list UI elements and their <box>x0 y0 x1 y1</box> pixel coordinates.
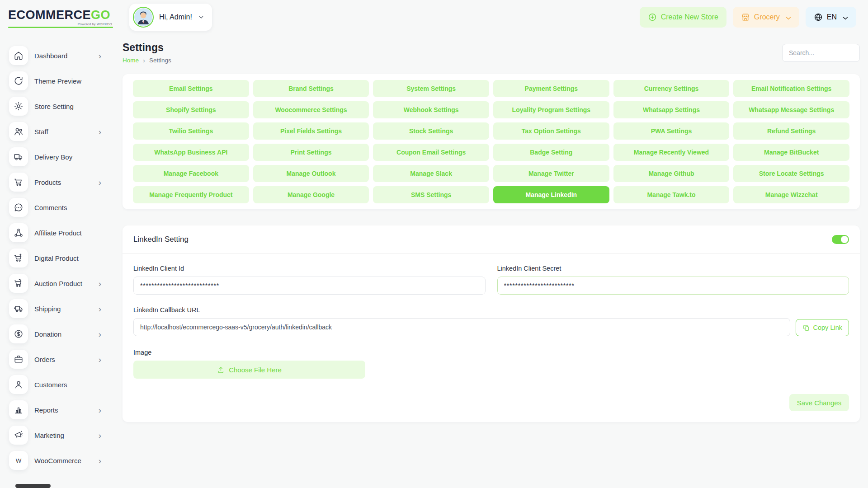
save-changes-button[interactable]: Save Changes <box>789 394 849 411</box>
plus-circle-icon <box>648 13 657 22</box>
user-menu[interactable]: Hi, Admin! <box>129 4 212 31</box>
sidebar-item-theme-preview[interactable]: Theme Preview <box>0 71 113 90</box>
sidebar-item-reports[interactable]: Reports› <box>0 400 113 419</box>
scrollbar-thumb[interactable] <box>15 484 51 488</box>
settings-nav-email-settings[interactable]: Email Settings <box>133 80 249 97</box>
settings-nav-payment-settings[interactable]: Payment Settings <box>493 80 609 97</box>
chevron-down-icon <box>841 14 848 21</box>
client-secret-label: LinkedIn Client Secret <box>497 265 849 272</box>
cart-plus-icon <box>9 249 28 267</box>
top-actions: Create New Store Grocery EN <box>640 7 856 28</box>
settings-nav-webhook-settings[interactable]: Webhook Settings <box>373 101 489 118</box>
chevron-right-icon: › <box>99 279 101 288</box>
settings-nav-brand-settings[interactable]: Brand Settings <box>253 80 369 97</box>
settings-nav-pwa-settings[interactable]: PWA Settings <box>613 122 730 140</box>
settings-nav-manage-frequently-product[interactable]: Manage Frequently Product <box>133 186 249 203</box>
chevron-down-icon <box>784 14 791 21</box>
sidebar-item-dashboard[interactable]: Dashboard› <box>0 46 113 65</box>
settings-nav-card: Email SettingsBrand SettingsSystem Setti… <box>123 74 860 209</box>
settings-nav-print-settings[interactable]: Print Settings <box>253 144 369 161</box>
settings-nav-manage-google[interactable]: Manage Google <box>253 186 369 203</box>
sidebar: Dashboard›Theme PreviewStore SettingStaf… <box>0 34 113 488</box>
sidebar-item-label: Products <box>34 178 61 186</box>
linkedin-setting-card: LinkedIn Setting LinkedIn Client Id Link… <box>123 225 860 422</box>
settings-nav-refund-settings[interactable]: Refund Settings <box>733 122 849 140</box>
settings-nav-currency-settings[interactable]: Currency Settings <box>613 80 730 97</box>
copy-link-button[interactable]: Copy Link <box>796 319 849 336</box>
settings-nav-stock-settings[interactable]: Stock Settings <box>373 122 489 140</box>
user-greeting: Hi, Admin! <box>159 13 192 21</box>
settings-nav-shopify-settings[interactable]: Shopify Settings <box>133 101 249 118</box>
top-bar: ECOMMERCEGO Powered by WORKDO Hi, Admin!… <box>0 0 868 34</box>
settings-nav-email-notification-settings[interactable]: Email Notification Settings <box>733 80 849 97</box>
linkedin-enabled-toggle[interactable] <box>832 235 849 244</box>
settings-nav-loyality-program-settings[interactable]: Loyality Program Settings <box>493 101 609 118</box>
settings-nav-manage-twitter[interactable]: Manage Twitter <box>493 165 609 182</box>
sidebar-item-shipping[interactable]: Shipping› <box>0 299 113 318</box>
settings-nav-whatsapp-message-settings[interactable]: Whatsapp Message Settings <box>733 101 849 118</box>
chevron-down-icon <box>198 14 205 21</box>
settings-nav-coupon-email-settings[interactable]: Coupon Email Settings <box>373 144 489 161</box>
chevron-right-icon: › <box>99 406 101 414</box>
settings-nav-pixel-fields-settings[interactable]: Pixel Fields Settings <box>253 122 369 140</box>
settings-nav-manage-bitbucket[interactable]: Manage BitBucket <box>733 144 849 161</box>
store-switcher-button[interactable]: Grocery <box>733 7 799 28</box>
briefcase-icon <box>9 350 28 369</box>
settings-nav-store-locate-settings[interactable]: Store Locate Settings <box>733 165 849 182</box>
sidebar-item-customers[interactable]: Customers <box>0 375 113 394</box>
sidebar-item-delivery-boy[interactable]: Delivery Boy <box>0 147 113 166</box>
sidebar-item-orders[interactable]: Orders› <box>0 350 113 369</box>
sidebar-item-marketing[interactable]: Marketing› <box>0 426 113 445</box>
linkedin-setting-header: LinkedIn Setting <box>123 225 860 254</box>
settings-nav-woocommerce-settings[interactable]: Woocommerce Settings <box>253 101 369 118</box>
settings-nav-sms-settings[interactable]: SMS Settings <box>373 186 489 203</box>
chevron-right-icon: › <box>99 127 101 136</box>
client-id-field[interactable] <box>133 277 486 295</box>
woocommerce-icon: W <box>9 451 28 470</box>
delivery-truck-icon <box>9 147 28 166</box>
brand-logo[interactable]: ECOMMERCEGO Powered by WORKDO <box>8 8 113 28</box>
settings-nav-tax-option-settings[interactable]: Tax Option Settings <box>493 122 609 140</box>
sidebar-item-products[interactable]: Products› <box>0 173 113 192</box>
callback-url-field[interactable] <box>133 318 790 336</box>
storefront-icon <box>741 13 750 22</box>
settings-nav-manage-tawk-to[interactable]: Manage Tawk.to <box>613 186 730 203</box>
sidebar-item-auction-product[interactable]: Auction Product› <box>0 274 113 293</box>
client-secret-field[interactable] <box>497 277 849 295</box>
brand-underline <box>8 27 113 28</box>
settings-nav-whatsapp-business-api[interactable]: WhatsApp Business API <box>133 144 249 161</box>
settings-nav-manage-outlook[interactable]: Manage Outlook <box>253 165 369 182</box>
language-selector-button[interactable]: EN <box>806 7 856 28</box>
chevron-right-icon: › <box>99 456 101 465</box>
sidebar-item-label: Staff <box>34 128 48 136</box>
sidebar-item-store-setting[interactable]: Store Setting <box>0 97 113 116</box>
page-header: Settings Home › Settings <box>123 42 860 64</box>
settings-nav-whatsapp-settings[interactable]: Whatsapp Settings <box>613 101 730 118</box>
breadcrumb-home-link[interactable]: Home <box>123 57 139 64</box>
sidebar-item-affiliate-product[interactable]: Affiliate Product <box>0 223 113 242</box>
settings-nav-manage-recently-viewed[interactable]: Manage Recently Viewed <box>613 144 730 161</box>
sidebar-item-staff[interactable]: Staff› <box>0 122 113 141</box>
client-id-label: LinkedIn Client Id <box>133 265 486 272</box>
settings-nav-badge-setting[interactable]: Badge Setting <box>493 144 609 161</box>
sidebar-item-label: Comments <box>34 204 67 211</box>
settings-nav-manage-github[interactable]: Manage Github <box>613 165 730 182</box>
search-input[interactable] <box>782 44 860 62</box>
section-title: LinkedIn Setting <box>133 235 189 244</box>
settings-nav-manage-linkedin[interactable]: Manage LinkedIn <box>493 186 609 203</box>
globe-icon <box>814 13 823 22</box>
settings-nav-manage-slack[interactable]: Manage Slack <box>373 165 489 182</box>
settings-nav-system-settings[interactable]: System Settings <box>373 80 489 97</box>
settings-nav-manage-facebook[interactable]: Manage Facebook <box>133 165 249 182</box>
sidebar-item-comments[interactable]: Comments <box>0 198 113 217</box>
cart-auction-icon <box>9 274 28 293</box>
sidebar-item-donation[interactable]: Donation› <box>0 324 113 343</box>
choose-file-button[interactable]: Choose File Here <box>133 361 365 379</box>
create-new-store-button[interactable]: Create New Store <box>640 7 726 28</box>
settings-nav-twilio-settings[interactable]: Twilio Settings <box>133 122 249 140</box>
settings-nav-manage-wizzchat[interactable]: Manage Wizzchat <box>733 186 849 203</box>
sidebar-item-woocommerce[interactable]: WWooCommerce› <box>0 451 113 470</box>
sidebar-item-label: WooCommerce <box>34 457 81 465</box>
chevron-right-icon: › <box>99 52 101 60</box>
sidebar-item-digital-product[interactable]: Digital Product <box>0 249 113 267</box>
